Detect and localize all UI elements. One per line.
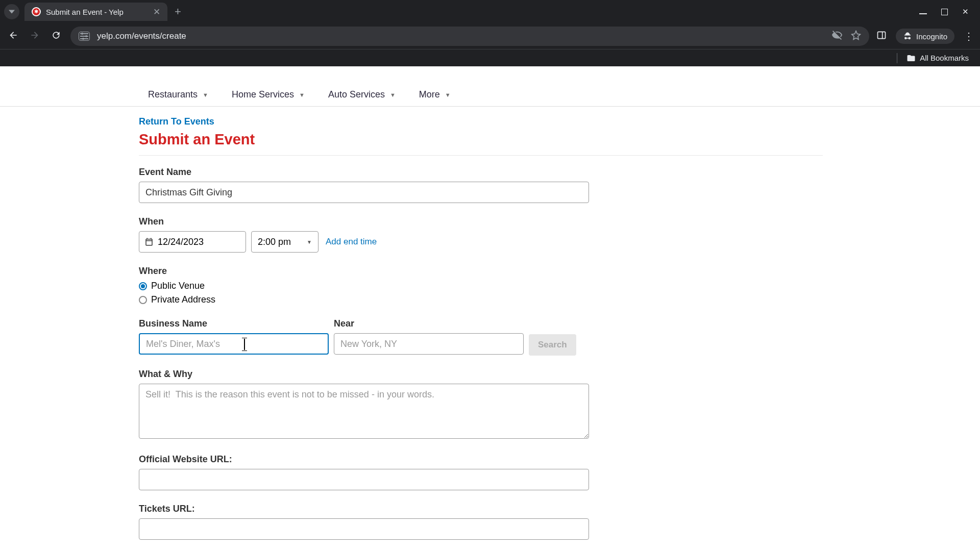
category-nav: Restaurants▼ Home Services▼ Auto Service… (0, 86, 980, 107)
time-select[interactable]: 2:00 pm ▼ (251, 231, 318, 253)
where-label: Where (139, 266, 823, 277)
page-scroll[interactable]: Restaurants▼ Home Services▼ Auto Service… (0, 86, 980, 551)
search-button[interactable]: Search (529, 334, 576, 356)
near-input[interactable] (334, 333, 524, 355)
where-section: Where Public Venue Private Address (139, 266, 823, 305)
svg-rect-6 (878, 32, 886, 38)
new-tab-button[interactable]: + (175, 5, 181, 18)
where-option-label: Public Venue (151, 281, 205, 291)
chevron-down-icon: ▼ (307, 239, 312, 245)
website-url-section: Official Website URL: (139, 454, 823, 490)
event-name-section: Event Name (139, 167, 823, 203)
site-settings-icon[interactable] (79, 32, 90, 41)
radio-unchecked-icon (139, 296, 147, 304)
back-button[interactable] (6, 30, 20, 42)
bookmarks-bar: All Bookmarks (0, 49, 980, 66)
business-search-section: Business Name Near Search (139, 318, 823, 356)
event-name-input[interactable] (139, 182, 589, 203)
return-to-events-link[interactable]: Return To Events (139, 116, 823, 127)
where-option-public[interactable]: Public Venue (139, 281, 823, 291)
what-why-section: What & Why (139, 369, 823, 441)
minimize-button[interactable] (919, 7, 927, 16)
url-text: yelp.com/events/create (97, 31, 186, 41)
incognito-label: Incognito (916, 32, 947, 41)
near-label: Near (334, 318, 524, 329)
tab-search-button[interactable] (4, 4, 19, 19)
website-url-label: Official Website URL: (139, 454, 823, 465)
date-input[interactable]: 12/24/2023 (139, 231, 246, 253)
browser-toolbar: yelp.com/events/create Incognito ⋮ (0, 23, 980, 49)
tickets-url-label: Tickets URL: (139, 504, 823, 514)
nav-home-services[interactable]: Home Services▼ (232, 89, 305, 100)
tickets-url-section: Tickets URL: (139, 504, 823, 540)
window-controls: ✕ (919, 7, 980, 16)
svg-point-3 (81, 33, 83, 35)
where-option-label: Private Address (151, 294, 215, 305)
svg-point-5 (82, 38, 84, 40)
address-bar[interactable]: yelp.com/events/create (70, 27, 869, 46)
all-bookmarks-link[interactable]: All Bookmarks (920, 54, 969, 62)
bookmark-star-icon[interactable] (851, 30, 861, 42)
calendar-icon (144, 237, 154, 246)
browser-menu-button[interactable]: ⋮ (964, 30, 974, 42)
page-viewport: Restaurants▼ Home Services▼ Auto Service… (0, 86, 980, 551)
browser-chrome: Submit an Event - Yelp ✕ + ✕ yelp.com/ev… (0, 0, 980, 66)
radio-checked-icon (139, 282, 147, 290)
divider (139, 155, 823, 156)
tickets-url-input[interactable] (139, 518, 589, 540)
when-section: When 12/24/2023 2:00 pm ▼ Add end time (139, 216, 823, 253)
chevron-down-icon: ▼ (299, 92, 305, 98)
forward-button[interactable] (28, 30, 42, 42)
nav-auto-services[interactable]: Auto Services▼ (328, 89, 396, 100)
side-panel-icon[interactable] (876, 30, 887, 42)
nav-more[interactable]: More▼ (419, 89, 451, 100)
what-why-label: What & Why (139, 369, 823, 380)
page-title: Submit an Event (139, 131, 823, 148)
close-window-button[interactable]: ✕ (962, 7, 969, 16)
close-tab-icon[interactable]: ✕ (153, 7, 160, 17)
eye-off-icon[interactable] (831, 30, 843, 43)
form-content: Return To Events Submit an Event Event N… (139, 116, 823, 542)
where-option-private[interactable]: Private Address (139, 294, 823, 305)
date-value: 12/24/2023 (158, 237, 204, 247)
business-name-input[interactable] (139, 333, 329, 355)
folder-icon (906, 54, 916, 63)
time-value: 2:00 pm (258, 237, 291, 247)
event-name-label: Event Name (139, 167, 823, 178)
yelp-favicon (32, 7, 41, 16)
when-label: When (139, 216, 823, 227)
tab-title: Submit an Event - Yelp (46, 8, 148, 16)
business-name-label: Business Name (139, 318, 329, 329)
chevron-down-icon: ▼ (390, 92, 396, 98)
website-url-input[interactable] (139, 469, 589, 490)
maximize-button[interactable] (941, 7, 948, 16)
chevron-down-icon: ▼ (445, 92, 451, 98)
what-why-textarea[interactable] (139, 384, 589, 439)
incognito-indicator[interactable]: Incognito (896, 29, 954, 44)
svg-point-4 (85, 35, 87, 37)
reload-button[interactable] (49, 30, 63, 42)
add-end-time-link[interactable]: Add end time (326, 237, 377, 247)
nav-restaurants[interactable]: Restaurants▼ (148, 89, 208, 100)
tab-strip: Submit an Event - Yelp ✕ + ✕ (0, 0, 980, 23)
chevron-down-icon: ▼ (203, 92, 208, 98)
browser-tab[interactable]: Submit an Event - Yelp ✕ (24, 3, 167, 21)
